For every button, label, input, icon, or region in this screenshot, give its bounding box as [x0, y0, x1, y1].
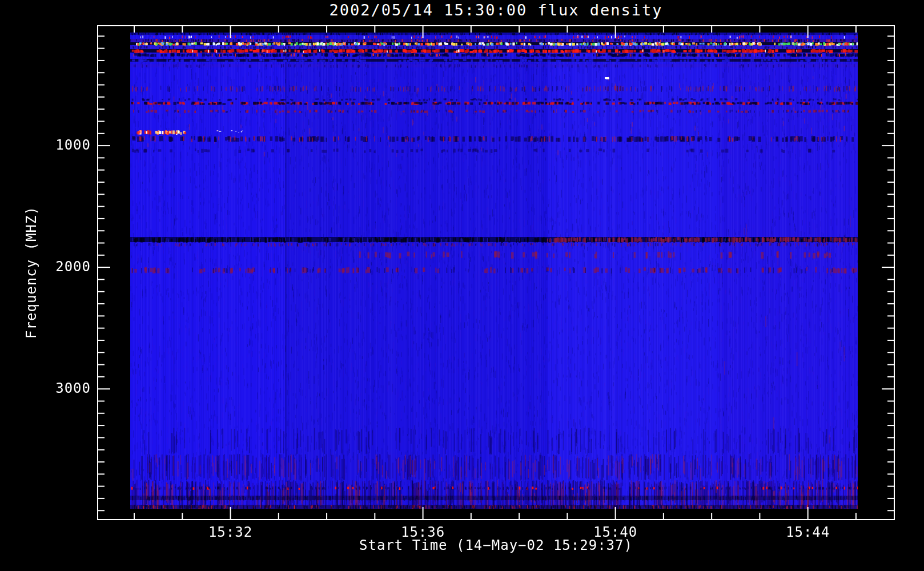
plot-frame-and-ticks — [0, 0, 924, 571]
y-tick-label-1000: 1000 — [22, 137, 91, 153]
x-axis-label: Start Time (14−May−02 15:29:37) — [98, 537, 894, 553]
y-axis-label: Frequency (MHZ) — [23, 206, 39, 339]
y-tick-label-3000: 3000 — [22, 380, 91, 396]
spectrogram-screenshot: { "window": { "width": 1618, "height": 1… — [0, 0, 924, 571]
